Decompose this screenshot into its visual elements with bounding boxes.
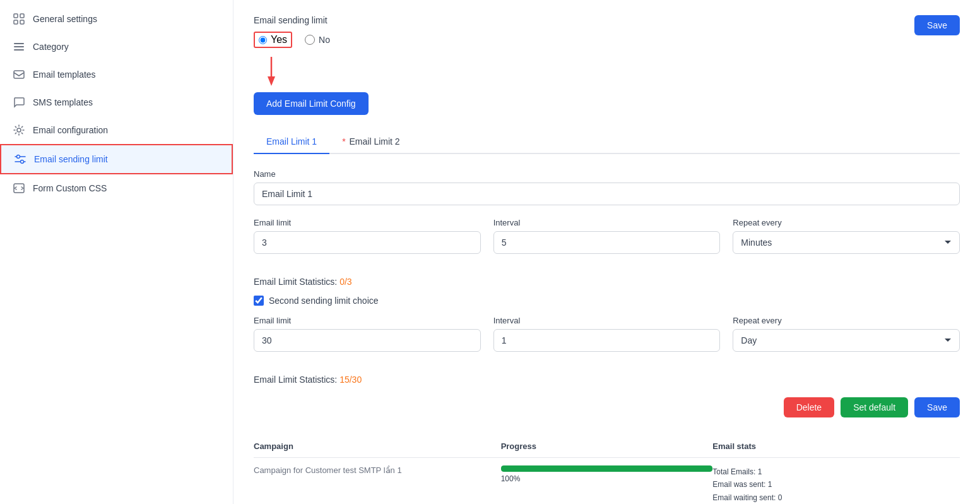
- interval-1-group: Interval: [493, 218, 721, 254]
- chat-icon: [13, 96, 25, 109]
- svg-rect-0: [14, 14, 18, 18]
- col-header-email-stats: Email stats: [712, 435, 960, 458]
- interval-2-input[interactable]: [493, 329, 721, 352]
- name-label: Name: [254, 169, 960, 179]
- repeat-every-1-select[interactable]: Minutes Hours Day: [733, 231, 960, 254]
- stats-1-value: 0/3: [339, 277, 351, 287]
- sidebar-item-label: SMS templates: [33, 97, 93, 107]
- svg-rect-13: [14, 184, 24, 193]
- progress-bar-fill: [501, 465, 713, 472]
- radio-yes-option[interactable]: Yes: [254, 32, 292, 48]
- name-input[interactable]: [254, 183, 960, 205]
- sidebar-item-label: Email templates: [33, 69, 96, 80]
- email-stats-text: Total Emails: 1 Email was sent: 1 Email …: [712, 465, 960, 504]
- tab-bar: Email Limit 1 * Email Limit 2: [254, 130, 960, 154]
- repeat-every-1-label: Repeat every: [733, 218, 960, 227]
- interval-2-label: Interval: [493, 316, 721, 325]
- set-default-button[interactable]: Set default: [841, 397, 908, 417]
- svg-rect-4: [14, 43, 24, 44]
- sidebar-item-label: Email configuration: [33, 125, 108, 135]
- progress-bar-container: [501, 465, 713, 472]
- top-save-button[interactable]: Save: [914, 15, 960, 35]
- svg-point-8: [17, 128, 21, 132]
- grid-icon: [13, 13, 25, 25]
- red-arrow: [266, 56, 960, 87]
- tab-label-2: Email Limit 2: [349, 136, 399, 147]
- sidebar: General settings Category Email template…: [0, 0, 233, 504]
- action-buttons-row: Delete Set default Save: [254, 397, 960, 417]
- second-limit-checkbox[interactable]: [254, 296, 264, 306]
- radio-yes-input[interactable]: [259, 36, 267, 44]
- col-header-progress: Progress: [501, 435, 713, 458]
- tab-asterisk: *: [342, 136, 348, 147]
- mail-icon: [13, 68, 25, 81]
- sidebar-item-label: Category: [33, 42, 69, 52]
- email-limit-2-input[interactable]: [254, 329, 481, 352]
- sidebar-item-sms-templates[interactable]: SMS templates: [0, 88, 233, 116]
- second-limit-row: Email limit Interval Repeat every Minute…: [254, 316, 960, 364]
- svg-rect-7: [14, 71, 24, 78]
- sidebar-item-email-sending-limit[interactable]: Email sending limit: [0, 144, 233, 174]
- progress-percent: 100%: [501, 474, 713, 483]
- svg-rect-3: [20, 20, 24, 24]
- repeat-every-2-label: Repeat every: [733, 316, 960, 325]
- sidebar-item-general-settings[interactable]: General settings: [0, 5, 233, 33]
- radio-no-option[interactable]: No: [305, 35, 330, 45]
- code-icon: [13, 182, 25, 195]
- gear-icon: [13, 124, 25, 136]
- add-email-limit-config-button[interactable]: Add Email Limit Config: [254, 92, 369, 115]
- campaign-name: Campaign for Customer test SMTP lần 1: [254, 458, 501, 505]
- total-emails: Total Emails: 1: [712, 465, 960, 478]
- second-limit-checkbox-group: Second sending limit choice: [254, 296, 960, 306]
- svg-marker-15: [268, 76, 275, 86]
- email-stats-cell: Total Emails: 1 Email was sent: 1 Email …: [712, 458, 960, 505]
- radio-no-label: No: [319, 35, 330, 45]
- sliders-icon: [14, 153, 27, 165]
- radio-no-input[interactable]: [305, 35, 315, 45]
- svg-rect-1: [20, 14, 24, 18]
- list-icon: [13, 40, 25, 53]
- repeat-every-2-group: Repeat every Minutes Hours Day: [733, 316, 960, 352]
- repeat-every-1-group: Repeat every Minutes Hours Day: [733, 218, 960, 254]
- stats-2-value: 15/30: [339, 375, 362, 385]
- save-button[interactable]: Save: [914, 397, 960, 417]
- sidebar-item-email-configuration[interactable]: Email configuration: [0, 116, 233, 144]
- sending-limit-section: Email sending limit Yes No Add Email Lim…: [254, 15, 960, 130]
- stats-2-text: Email Limit Statistics: 15/30: [254, 375, 960, 385]
- svg-rect-6: [14, 49, 24, 51]
- stats-2-label: Email Limit Statistics:: [254, 375, 337, 385]
- radio-yes-label: Yes: [271, 34, 287, 45]
- sidebar-item-label: Form Custom CSS: [33, 183, 107, 193]
- tab-email-limit-1[interactable]: Email Limit 1: [254, 130, 329, 154]
- top-save-area: Save: [914, 15, 960, 35]
- sidebar-item-label: General settings: [33, 14, 97, 24]
- name-field-group: Name: [254, 169, 960, 205]
- sidebar-item-category[interactable]: Category: [0, 33, 233, 61]
- svg-rect-5: [14, 46, 24, 47]
- email-waiting: Email waiting sent: 0: [712, 491, 960, 504]
- sidebar-item-email-templates[interactable]: Email templates: [0, 61, 233, 88]
- interval-2-group: Interval: [493, 316, 721, 352]
- table-row: Campaign for Customer test SMTP lần 1 10…: [254, 458, 960, 505]
- campaign-progress: 100%: [501, 458, 713, 505]
- yes-no-radio-group: Yes No: [254, 32, 960, 48]
- svg-point-12: [21, 160, 24, 164]
- col-header-campaign: Campaign: [254, 435, 501, 458]
- stats-1-text: Email Limit Statistics: 0/3: [254, 277, 960, 287]
- main-content: Save Email sending limit Yes No Add Emai…: [233, 0, 980, 504]
- interval-1-label: Interval: [493, 218, 721, 227]
- first-limit-row: Email limit Interval Repeat every Minute…: [254, 218, 960, 267]
- email-sent: Email was sent: 1: [712, 478, 960, 491]
- tab-label-1: Email Limit 1: [266, 136, 317, 147]
- delete-button[interactable]: Delete: [784, 397, 834, 417]
- sidebar-item-form-custom-css[interactable]: Form Custom CSS: [0, 174, 233, 202]
- email-limit-2-group: Email limit: [254, 316, 481, 352]
- email-limit-1-input[interactable]: [254, 231, 481, 254]
- stats-1-label: Email Limit Statistics:: [254, 277, 337, 287]
- second-limit-label[interactable]: Second sending limit choice: [269, 296, 379, 306]
- email-limit-1-group: Email limit: [254, 218, 481, 254]
- tab-email-limit-2[interactable]: * Email Limit 2: [329, 130, 412, 154]
- svg-point-11: [17, 155, 20, 159]
- interval-1-input[interactable]: [493, 231, 721, 254]
- repeat-every-2-select[interactable]: Minutes Hours Day: [733, 329, 960, 352]
